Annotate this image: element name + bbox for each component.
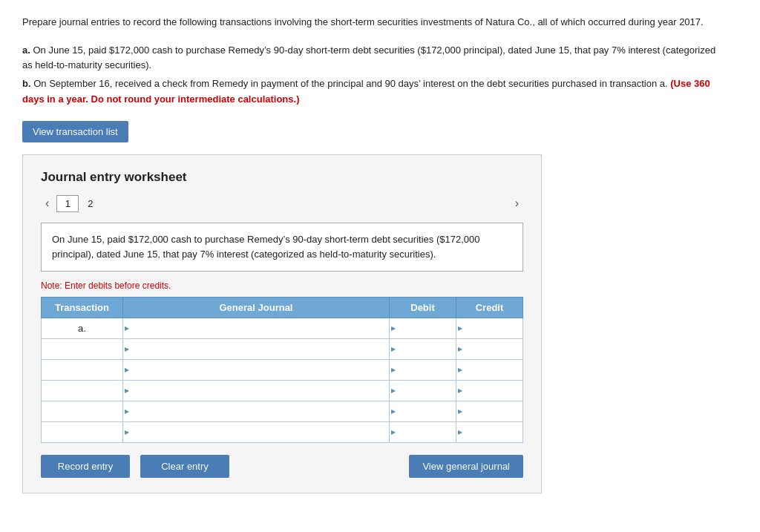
table-row [42,421,523,442]
journal-input[interactable] [123,339,389,359]
table-row [42,359,523,380]
transaction-cell [42,401,123,421]
transaction-cell [42,359,123,380]
journal-input[interactable] [123,422,389,442]
table-row: a. [42,318,523,338]
note-text: Note: Enter debits before credits. [41,280,523,291]
transaction-cell [42,380,123,401]
view-general-journal-button[interactable]: View general journal [409,455,523,478]
credit-input[interactable] [456,318,522,338]
credit-input[interactable] [456,422,522,442]
debit-cell[interactable] [390,359,456,380]
journal-input[interactable] [123,360,389,380]
credit-input[interactable] [456,381,522,401]
debit-input[interactable] [390,339,456,359]
journal-cell[interactable] [123,401,390,421]
debit-input[interactable] [390,360,456,380]
clear-entry-button[interactable]: Clear entry [140,455,229,478]
journal-table: Transaction General Journal Debit Credit… [41,297,523,443]
journal-cell[interactable] [123,318,390,338]
credit-cell[interactable] [456,401,523,421]
journal-input[interactable] [123,381,389,401]
record-entry-button[interactable]: Record entry [41,455,130,478]
debit-input[interactable] [390,401,456,421]
col-header-credit: Credit [456,297,523,318]
debit-input[interactable] [390,422,456,442]
tab-next-button[interactable]: › [511,195,523,211]
table-row [42,401,523,421]
transactions-list: a. On June 15, paid $172,000 cash to pur… [22,43,720,108]
tab-1[interactable]: 1 [56,195,79,212]
tab-2[interactable]: 2 [82,196,99,211]
view-transaction-list-button[interactable]: View transaction list [22,121,128,142]
transaction-b-label: b. [22,78,31,89]
debit-cell[interactable] [390,338,456,359]
transaction-cell: a. [42,318,123,338]
transaction-cell [42,338,123,359]
transaction-description: On June 15, paid $172,000 cash to purcha… [41,223,523,272]
credit-input[interactable] [456,401,522,421]
transaction-b-text: On September 16, received a check from R… [33,78,660,89]
journal-cell[interactable] [123,421,390,442]
intro-text: Prepare journal entries to record the fo… [22,15,720,30]
worksheet-title: Journal entry worksheet [41,170,523,185]
col-header-debit: Debit [390,297,456,318]
tab-navigation: ‹ 1 2 › [41,195,523,212]
action-buttons: Record entry Clear entry View general jo… [41,455,523,478]
transaction-a-text: On June 15, paid $172,000 cash to purcha… [22,45,715,71]
journal-cell[interactable] [123,338,390,359]
journal-cell[interactable] [123,380,390,401]
debit-cell[interactable] [390,421,456,442]
transaction-a-label: a. [22,45,30,56]
table-row [42,380,523,401]
debit-input[interactable] [390,318,456,338]
credit-input[interactable] [456,360,522,380]
debit-cell[interactable] [390,380,456,401]
credit-cell[interactable] [456,359,523,380]
transaction-b-link: a. [660,78,668,89]
table-row [42,338,523,359]
credit-cell[interactable] [456,380,523,401]
credit-cell[interactable] [456,318,523,338]
col-header-transaction: Transaction [42,297,123,318]
debit-input[interactable] [390,381,456,401]
journal-cell[interactable] [123,359,390,380]
journal-input[interactable] [123,401,389,421]
debit-cell[interactable] [390,401,456,421]
col-header-general-journal: General Journal [123,297,390,318]
journal-input[interactable] [123,318,389,338]
tab-prev-button[interactable]: ‹ [41,195,53,211]
credit-input[interactable] [456,339,522,359]
worksheet-container: Journal entry worksheet ‹ 1 2 › On June … [22,154,542,493]
credit-cell[interactable] [456,421,523,442]
credit-cell[interactable] [456,338,523,359]
transaction-cell [42,421,123,442]
debit-cell[interactable] [390,318,456,338]
